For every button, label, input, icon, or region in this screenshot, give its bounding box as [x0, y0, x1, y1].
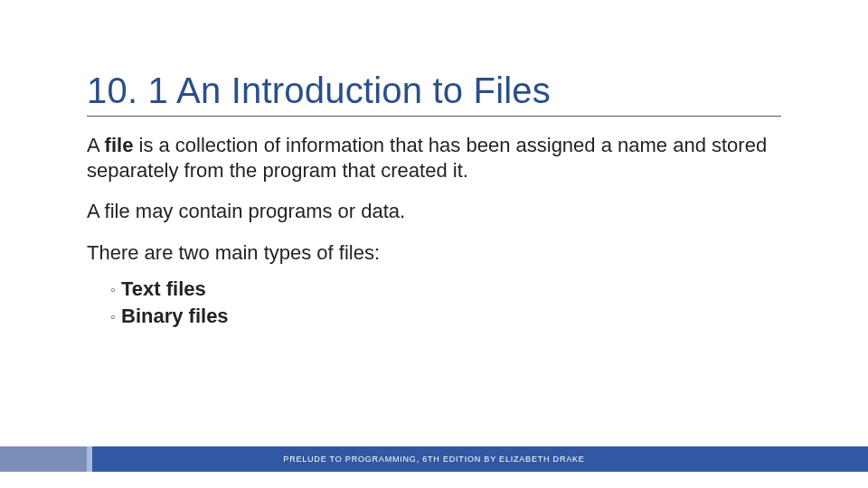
run: A: [87, 134, 105, 156]
paragraph-3: There are two main types of files:: [87, 240, 781, 266]
list-item: ◦Text files: [110, 276, 781, 303]
bullet-icon: ◦: [110, 307, 121, 327]
body-text: A file is a collection of information th…: [87, 133, 781, 329]
bullet-icon: ◦: [110, 280, 121, 300]
run: There are two main types of files:: [87, 241, 380, 264]
list-item: ◦Binary files: [110, 303, 781, 330]
run: A file may contain programs or data.: [87, 200, 405, 222]
footer-accent-block: [0, 446, 87, 472]
paragraph-2: A file may contain programs or data.: [87, 199, 781, 224]
footer-band: PRELUDE TO PROGRAMMING, 6TH EDITION BY E…: [0, 446, 868, 472]
sublist: ◦Text files ◦Binary files: [110, 276, 781, 329]
list-item-label: Binary files: [121, 305, 229, 327]
paragraph-1: A file is a collection of information th…: [87, 133, 781, 183]
slide-title: 10. 1 An Introduction to Files: [87, 70, 781, 117]
list-item-label: Text files: [121, 277, 206, 300]
slide: 10. 1 An Introduction to Files A file is…: [0, 0, 868, 488]
run: is a collection of information that has …: [87, 134, 767, 182]
content-area: 10. 1 An Introduction to Files A file is…: [87, 70, 781, 329]
run-bold: file: [105, 134, 134, 156]
footer-text: PRELUDE TO PROGRAMMING, 6TH EDITION BY E…: [283, 455, 584, 464]
footer-accent-stripe: [87, 446, 92, 472]
